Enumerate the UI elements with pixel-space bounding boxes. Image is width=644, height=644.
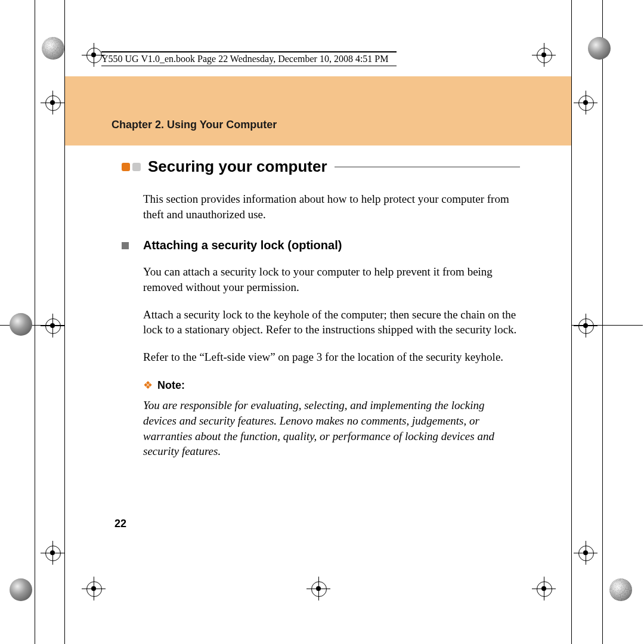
registration-mark-icon — [578, 318, 593, 333]
registration-mark-icon — [45, 546, 60, 560]
crop-line — [35, 0, 35, 644]
sphere-mark-icon — [588, 37, 611, 60]
sub-title: Attaching a security lock (optional) — [143, 239, 342, 252]
crop-line — [571, 0, 572, 644]
paragraph: Attach a security lock to the keyhole of… — [143, 307, 520, 338]
registration-mark-icon — [311, 581, 326, 596]
section-title: Securing your computer — [148, 157, 327, 176]
crop-line — [602, 0, 603, 644]
sub-heading: Attaching a security lock (optional) — [114, 239, 520, 252]
note-heading: ❖ Note: — [143, 379, 520, 392]
sub-bullet-icon — [122, 242, 129, 249]
registration-mark-icon — [578, 95, 593, 110]
registration-mark-icon — [45, 318, 60, 333]
header-file-info: Y550 UG V1.0_en.book Page 22 Wednesday, … — [101, 51, 397, 66]
registration-mark-icon — [537, 48, 551, 62]
title-rule — [335, 166, 521, 168]
registration-mark-icon — [45, 95, 60, 110]
chapter-title: Chapter 2. Using Your Computer — [112, 119, 277, 131]
registration-mark-icon — [86, 581, 101, 596]
chapter-header: Chapter 2. Using Your Computer — [65, 76, 571, 145]
paragraph: You can attach a security lock to your c… — [143, 264, 520, 295]
sphere-mark-icon — [10, 578, 32, 601]
registration-mark-icon — [537, 581, 551, 596]
note-icon: ❖ — [143, 379, 153, 392]
intro-paragraph: This section provides information about … — [143, 191, 520, 222]
section-heading: Securing your computer — [114, 157, 520, 176]
page-content: Securing your computer This section prov… — [114, 157, 520, 459]
page-number: 22 — [114, 518, 126, 530]
sphere-mark-icon — [42, 37, 64, 60]
sphere-mark-icon — [609, 578, 632, 601]
note-text: You are responsible for evaluating, sele… — [143, 398, 520, 459]
registration-mark-icon — [578, 546, 593, 560]
registration-mark-icon — [86, 48, 101, 62]
paragraph: Refer to the “Left-side view” on page 3 … — [143, 349, 520, 365]
note-label: Note: — [157, 379, 185, 392]
sphere-mark-icon — [10, 313, 32, 336]
heading-bullets-icon — [122, 163, 141, 171]
